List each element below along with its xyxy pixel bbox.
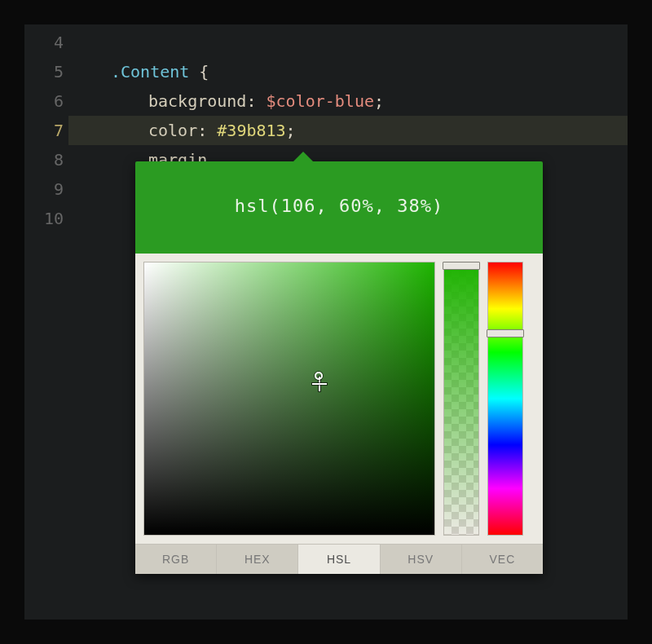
line-number: 6 (24, 86, 64, 116)
alpha-slider[interactable] (443, 262, 479, 536)
line-number: 10 (24, 204, 64, 233)
picker-body (135, 254, 543, 544)
token-punct: : (246, 91, 266, 111)
tab-hsl[interactable]: HSL (298, 545, 380, 574)
code-line[interactable] (73, 28, 628, 57)
token-prop: color (148, 121, 197, 140)
color-picker: hsl(106, 60%, 38%) RGB HEX HSL HSV VEC (135, 161, 543, 574)
tab-rgb[interactable]: RGB (135, 545, 217, 574)
line-number: 9 (24, 174, 64, 204)
format-tabs: RGB HEX HSL HSV VEC (135, 544, 543, 574)
token-punct: ; (286, 121, 296, 140)
token-prop: background (148, 91, 246, 111)
saturation-value-panel[interactable] (143, 262, 435, 536)
token-punct: { (189, 62, 209, 82)
hue-slider[interactable] (487, 262, 523, 536)
color-readout: hsl(106, 60%, 38%) (135, 161, 543, 254)
gutter: 4 5 6 7 8 9 10 (24, 24, 73, 236)
code-line-active[interactable]: color: #39b813; (68, 116, 628, 145)
token-punct: : (197, 121, 217, 140)
tab-vec[interactable]: VEC (462, 545, 543, 574)
token-variable: $color-blue (267, 91, 374, 111)
line-number: 4 (24, 28, 64, 57)
hue-handle[interactable] (487, 329, 524, 337)
line-number: 5 (24, 57, 64, 86)
tab-hsv[interactable]: HSV (381, 545, 462, 574)
code-line[interactable]: .Content { (73, 57, 628, 86)
token-selector: .Content (111, 62, 189, 82)
line-number-active: 7 (24, 116, 64, 145)
token-punct: ; (374, 91, 384, 111)
tab-hex[interactable]: HEX (217, 545, 298, 574)
code-line[interactable]: background: $color-blue; (73, 86, 628, 116)
alpha-handle[interactable] (443, 262, 480, 270)
line-number: 8 (24, 145, 64, 174)
token-hex-color: #39b813 (217, 121, 285, 140)
